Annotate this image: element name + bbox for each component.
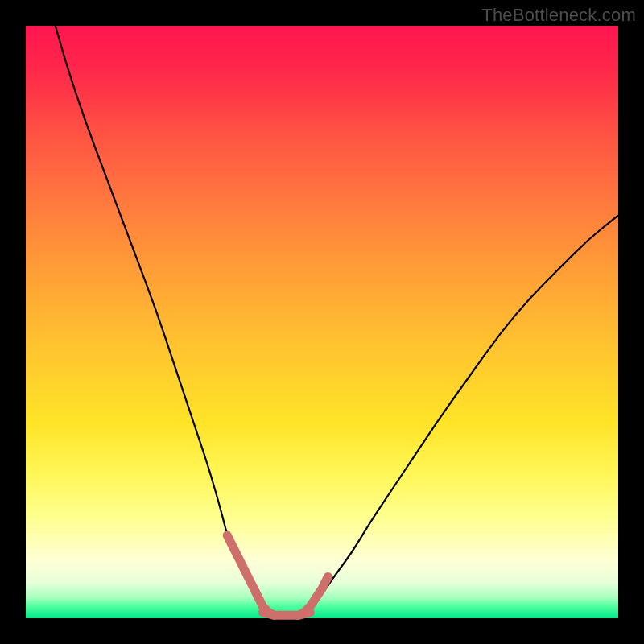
series-right-curve [310,216,618,607]
chart-frame: TheBottleneck.com [0,0,644,644]
series-valley-highlight-right [299,576,328,615]
series-group [56,26,618,615]
series-left-curve [56,26,263,606]
plot-area [26,26,618,618]
watermark-text: TheBottleneck.com [481,5,636,26]
series-valley-highlight-left [227,535,275,615]
curve-layer [26,26,618,618]
